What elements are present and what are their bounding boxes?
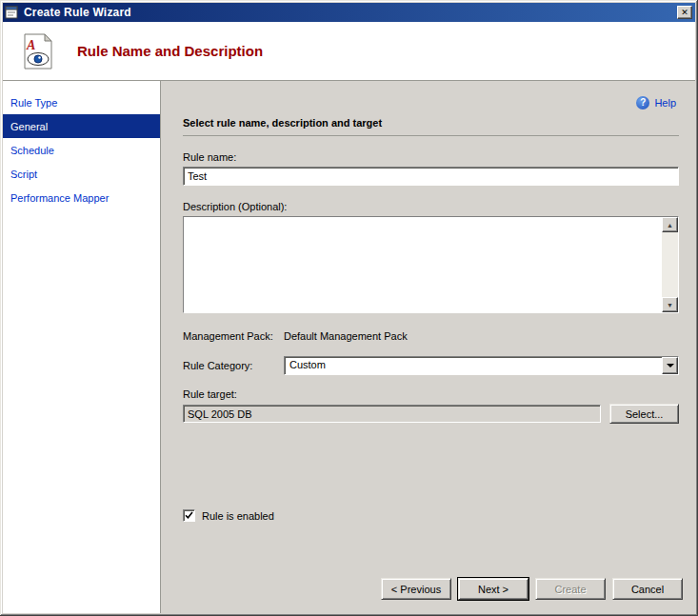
rule-name-input[interactable]	[183, 167, 679, 186]
check-icon	[185, 511, 193, 520]
wizard-footer: < Previous Next > Create Cancel	[161, 571, 695, 613]
rule-category-row: Rule Category: Custom	[183, 356, 679, 375]
management-pack-value: Default Management Pack	[284, 330, 408, 342]
rule-icon: A	[18, 32, 56, 70]
window-title: Create Rule Wizard	[24, 6, 673, 19]
select-target-button[interactable]: Select...	[609, 404, 679, 424]
sidebar-item-rule-type[interactable]: Rule Type	[3, 90, 160, 114]
help-link[interactable]: Help	[654, 97, 676, 109]
chevron-down-icon	[667, 364, 674, 368]
scroll-down-button[interactable]: ▼	[662, 297, 678, 312]
close-icon: ✕	[681, 9, 688, 17]
create-button: Create	[535, 578, 606, 600]
sidebar-item-performance-mapper[interactable]: Performance Mapper	[3, 186, 160, 209]
description-label: Description (Optional):	[183, 201, 679, 212]
next-button[interactable]: Next >	[458, 578, 528, 600]
management-pack-row: Management Pack: Default Management Pack	[183, 330, 679, 342]
window-icon	[5, 5, 20, 20]
create-rule-wizard-window: Create Rule Wizard ✕ A Rule Name and Des…	[0, 0, 698, 616]
cancel-button[interactable]: Cancel	[612, 578, 683, 600]
rule-category-dropdown[interactable]: Custom	[284, 356, 679, 375]
rule-target-field[interactable]	[183, 405, 601, 423]
titlebar[interactable]: Create Rule Wizard ✕	[3, 3, 695, 22]
rule-enabled-row: Rule is enabled	[183, 509, 679, 522]
sidebar-item-general[interactable]: General	[3, 114, 160, 138]
previous-button[interactable]: < Previous	[381, 578, 451, 600]
arrow-down-icon: ▼	[667, 302, 673, 308]
wizard-steps-sidebar: Rule Type General Schedule Script Perfor…	[3, 81, 161, 613]
help-row: ? Help	[161, 81, 695, 109]
rule-target-row: Select...	[183, 404, 679, 424]
sidebar-item-script[interactable]: Script	[3, 162, 160, 186]
section-title: Select rule name, description and target	[183, 117, 679, 136]
help-icon: ?	[636, 96, 649, 109]
rule-name-label: Rule name:	[183, 151, 679, 163]
rule-target-label: Rule target:	[183, 388, 679, 400]
rule-enabled-checkbox[interactable]	[183, 509, 195, 522]
sidebar-item-schedule[interactable]: Schedule	[3, 138, 160, 162]
arrow-up-icon: ▲	[667, 222, 673, 229]
description-textbox: ▲ ▼	[183, 216, 679, 313]
management-pack-label: Management Pack:	[183, 330, 284, 342]
description-textarea[interactable]	[184, 217, 662, 312]
general-step-content: Select rule name, description and target…	[161, 109, 695, 571]
rule-category-value: Custom	[285, 357, 662, 374]
page-title: Rule Name and Description	[77, 43, 263, 59]
rule-enabled-label: Rule is enabled	[202, 510, 274, 522]
close-button[interactable]: ✕	[677, 6, 692, 19]
dropdown-button[interactable]	[662, 357, 678, 374]
wizard-header: A Rule Name and Description	[3, 22, 695, 81]
svg-text:A: A	[26, 38, 35, 52]
scroll-up-button[interactable]: ▲	[662, 217, 678, 232]
description-scrollbar[interactable]: ▲ ▼	[662, 217, 678, 312]
rule-category-label: Rule Category:	[183, 360, 284, 371]
